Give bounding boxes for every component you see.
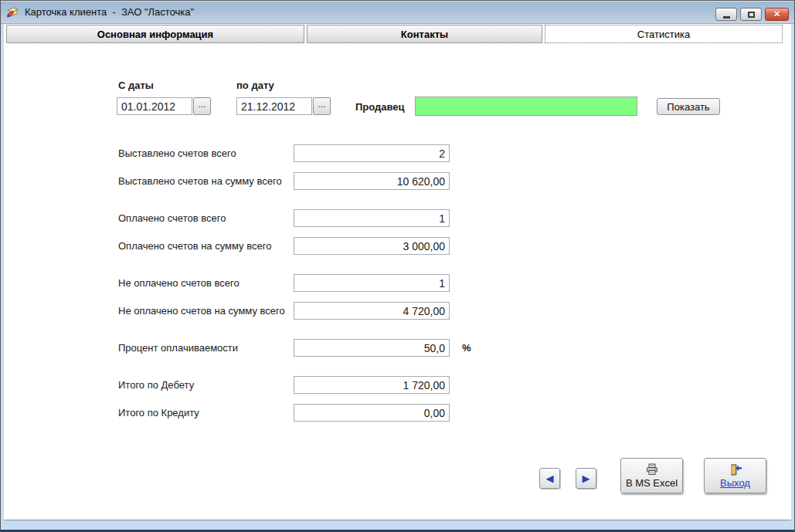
stat-label: Оплачено счетов на сумму всего: [118, 237, 271, 255]
stat-row-unpaid-count: Не оплачено счетов всего: [4, 274, 791, 292]
tab-statistics[interactable]: Статистика: [545, 25, 783, 43]
date-from-input[interactable]: [117, 97, 192, 115]
stat-label: Процент оплачиваемости: [118, 339, 238, 357]
maximize-button[interactable]: [740, 8, 762, 21]
seller-input[interactable]: [415, 97, 637, 116]
window-title: Карточка клиента - ЗАО "Ласточка": [25, 6, 194, 18]
exit-label: Выход: [720, 477, 750, 489]
stat-value-field[interactable]: [294, 209, 450, 227]
window-controls: ✕: [715, 8, 789, 21]
export-excel-button[interactable]: В MS Excel: [620, 458, 683, 493]
seller-label: Продавец: [355, 101, 405, 113]
stat-row-paid-count: Оплачено счетов всего: [4, 209, 791, 227]
stat-label: Не оплачено счетов на сумму всего: [118, 302, 285, 320]
close-icon: ✕: [773, 10, 780, 19]
stat-row-invoices-sum: Выставлено счетов на сумму всего: [4, 172, 791, 190]
stat-value-field[interactable]: [294, 376, 450, 394]
next-record-button[interactable]: ▶: [576, 468, 596, 489]
export-excel-label: В MS Excel: [626, 477, 678, 489]
stat-value-field[interactable]: [294, 302, 450, 320]
app-icon: [6, 5, 19, 19]
date-to-label: по дату: [236, 80, 274, 91]
stat-row-debit-total: Итого по Дебету: [4, 376, 791, 394]
stat-label: Итого по Дебету: [118, 376, 194, 394]
show-button[interactable]: Показать: [657, 98, 720, 115]
tab-contacts[interactable]: Контакты: [307, 25, 542, 43]
stat-label: Оплачено счетов всего: [118, 209, 226, 227]
stat-value-field[interactable]: [294, 144, 450, 162]
stat-value-field[interactable]: [294, 172, 450, 190]
exit-button[interactable]: Выход: [704, 458, 766, 493]
exit-door-icon: [729, 463, 742, 476]
percent-suffix: %: [462, 339, 471, 357]
tab-main-info[interactable]: Основная информация: [6, 25, 304, 43]
date-from-browse-button[interactable]: ...: [193, 97, 211, 115]
stat-row-invoices-count: Выставлено счетов всего: [4, 144, 791, 162]
stat-label: Выставлено счетов всего: [118, 144, 236, 162]
close-button[interactable]: ✕: [765, 8, 789, 21]
minimize-icon: [723, 16, 730, 19]
date-from-label: С даты: [118, 80, 154, 91]
client-card-window: Карточка клиента - ЗАО "Ласточка" ✕ Осно…: [0, 0, 795, 532]
stat-row-paid-sum: Оплачено счетов на сумму всего: [4, 237, 791, 255]
stat-value-field[interactable]: [294, 237, 450, 255]
stat-row-unpaid-sum: Не оплачено счетов на сумму всего: [4, 302, 791, 320]
arrow-left-icon: ◀: [546, 473, 554, 484]
stat-value-field[interactable]: [294, 339, 450, 357]
date-to-browse-button[interactable]: ...: [313, 97, 331, 115]
minimize-button[interactable]: [715, 8, 737, 21]
prev-record-button[interactable]: ◀: [539, 468, 560, 489]
statistics-panel: Основная информация Контакты Статистика …: [4, 24, 791, 520]
date-to-input[interactable]: [236, 97, 312, 115]
arrow-right-icon: ▶: [583, 473, 590, 484]
printer-icon: [645, 463, 659, 476]
maximize-icon: [748, 12, 755, 18]
stat-row-credit-total: Итого по Кредиту: [4, 404, 791, 422]
stat-value-field[interactable]: [294, 404, 450, 422]
stat-label: Выставлено счетов на сумму всего: [118, 172, 282, 190]
titlebar: Карточка клиента - ЗАО "Ласточка" ✕: [1, 1, 794, 24]
stat-label: Итого по Кредиту: [118, 404, 199, 422]
stat-value-field[interactable]: [294, 274, 450, 292]
stat-label: Не оплачено счетов всего: [118, 274, 240, 292]
stat-row-payment-percent: Процент оплачиваемости %: [4, 339, 791, 357]
